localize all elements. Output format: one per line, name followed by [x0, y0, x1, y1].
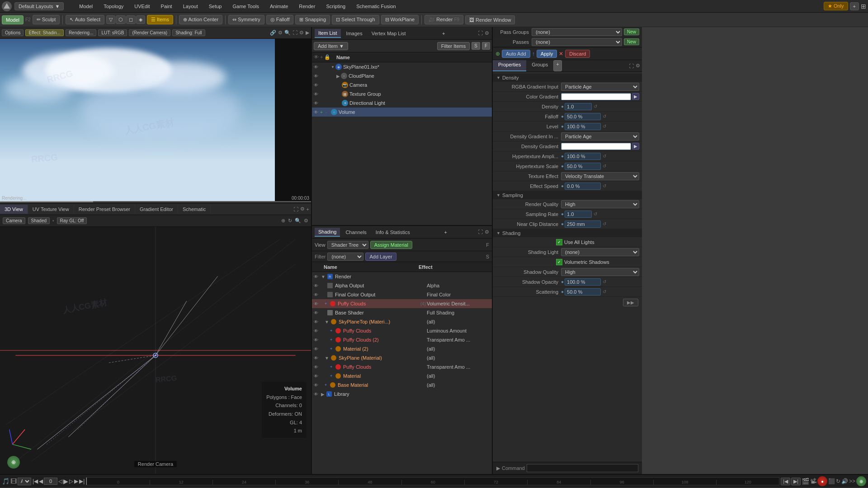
- timeline-start-btn[interactable]: |◀: [781, 478, 790, 485]
- eye-icon[interactable]: 👁: [314, 383, 320, 388]
- prev-key-button[interactable]: ◁: [58, 478, 62, 484]
- auto-add-button[interactable]: Auto Add: [502, 50, 530, 58]
- shader-tree-select[interactable]: Shader Tree: [327, 241, 368, 249]
- render-window-button[interactable]: 🖼 Render Window: [465, 15, 515, 24]
- props-maximize-icon[interactable]: ⛶: [629, 63, 634, 69]
- plus-icon3[interactable]: +: [330, 338, 335, 342]
- menu-schematic-fusion[interactable]: Schematic Fusion: [351, 2, 401, 11]
- edge-mode-button[interactable]: ⬡: [116, 15, 126, 24]
- link-icon[interactable]: 🔗: [270, 30, 276, 36]
- play-button[interactable]: ▶: [63, 478, 68, 485]
- render-viewport[interactable]: RRCG 人人CG素材 RRCG Rendering... 00:00:03: [0, 39, 311, 202]
- menu-layout[interactable]: Layout: [178, 2, 203, 11]
- next-key-button[interactable]: ▷: [69, 478, 73, 484]
- tab-uv-texture[interactable]: UV Texture View: [28, 205, 74, 214]
- add-layer-button[interactable]: Add Layer: [365, 253, 396, 261]
- plus-icon[interactable]: +: [325, 301, 329, 306]
- camera-film-icon[interactable]: 🎞: [10, 478, 17, 485]
- refresh-icon[interactable]: ↻: [288, 218, 292, 224]
- music-icon[interactable]: 🎵: [2, 478, 9, 485]
- menu-uvedit[interactable]: UVEdit: [129, 2, 155, 11]
- density-gradient-bar[interactable]: [561, 143, 631, 150]
- expand-arrow[interactable]: ▼: [331, 65, 335, 69]
- maximize-icon[interactable]: ⛶: [478, 30, 483, 36]
- prev-frame-button[interactable]: ◀: [39, 478, 43, 484]
- shaded-select[interactable]: Shaded: [28, 217, 50, 224]
- tab-expand-icon[interactable]: ⛶: [293, 206, 298, 212]
- select-through-button[interactable]: ⊡ Select Through: [332, 15, 379, 24]
- panel-settings-icon[interactable]: ⚙: [485, 30, 489, 36]
- new-pass-group-button[interactable]: New: [624, 28, 639, 35]
- snapping-button[interactable]: ⊞ Snapping: [295, 15, 330, 24]
- eye-toggle[interactable]: 👁: [314, 110, 319, 115]
- density-section-header[interactable]: Density: [493, 74, 642, 82]
- camera-select[interactable]: Camera: [3, 217, 25, 224]
- eye-icon[interactable]: 👁: [314, 292, 320, 297]
- sampling-rate-reset[interactable]: ↺: [594, 211, 597, 216]
- tab-add-icon[interactable]: +: [307, 206, 309, 212]
- expand-viewport-icon[interactable]: ⛶: [292, 30, 297, 36]
- rgba-gradient-select[interactable]: Particle Age: [561, 83, 639, 91]
- tab-channels[interactable]: Channels: [342, 228, 370, 236]
- menu-render[interactable]: Render: [293, 2, 321, 11]
- settings-3d-icon[interactable]: ⚙: [304, 218, 308, 224]
- shade-item-base-shader[interactable]: 👁 Base Shader Full Shading: [312, 308, 492, 317]
- record-button[interactable]: ●: [817, 476, 827, 486]
- falloff-input[interactable]: [565, 113, 601, 120]
- channel-select[interactable]: A...: [18, 478, 31, 485]
- menu-setup[interactable]: Setup: [203, 2, 227, 11]
- density-input[interactable]: [565, 103, 592, 110]
- eye-icon[interactable]: 👁: [314, 338, 320, 343]
- menu-topology[interactable]: Topology: [98, 2, 129, 11]
- shade-item-alpha[interactable]: 👁 Alpha Output Alpha: [312, 281, 492, 290]
- shade-item-final-color[interactable]: 👁 Final Color Output Final Color: [312, 290, 492, 299]
- vol-shadows-checkbox[interactable]: ✓: [556, 259, 562, 265]
- shadow-quality-select[interactable]: High: [561, 268, 639, 276]
- eye-toggle[interactable]: 👁: [314, 101, 319, 106]
- assign-material-button[interactable]: Assign Material: [370, 241, 412, 249]
- expand-arrow[interactable]: ▶: [336, 74, 340, 79]
- scattering-input[interactable]: [565, 288, 601, 296]
- eye-icon[interactable]: 👁: [314, 347, 320, 352]
- tree-item-texture-group[interactable]: 👁 ▦ Texture Group: [312, 89, 492, 99]
- tree-item-dir-light[interactable]: 👁 ☀ Directional Light: [312, 99, 492, 108]
- filter-items-button[interactable]: Filter Items: [437, 42, 470, 50]
- eye-icon[interactable]: 👁: [314, 274, 320, 279]
- tree-item-volume[interactable]: 👁 + - ○ Volume: [312, 108, 492, 117]
- shade-item-puffy-2[interactable]: 👁 + Puffy Clouds (2) Transparent Amo ...: [312, 335, 492, 344]
- sampling-rate-input[interactable]: [565, 211, 592, 218]
- auto-select-button[interactable]: ↖ Auto Select: [66, 15, 104, 24]
- add-tab-icon[interactable]: +: [442, 31, 445, 36]
- near-clip-input[interactable]: [565, 221, 601, 228]
- props-settings-icon[interactable]: ⚙: [636, 63, 640, 69]
- effect-speed-reset[interactable]: ↺: [603, 183, 606, 188]
- hyper-scale-reset[interactable]: ↺: [603, 164, 606, 169]
- shading-maximize-icon[interactable]: ⛶: [478, 229, 483, 235]
- tree-item-camera[interactable]: 👁 📷 Camera: [312, 80, 492, 89]
- go-start-button[interactable]: |◀: [33, 478, 38, 484]
- scene-globe-icon[interactable]: ⊕: [856, 476, 866, 486]
- arrow[interactable]: ▼: [325, 319, 329, 324]
- material-mode-button[interactable]: ◈: [136, 15, 145, 24]
- tree-item-skyplane[interactable]: 👁 ▼ ◈ SkyPlane01.lxo*: [312, 62, 492, 71]
- render-button[interactable]: 🎥 Render F9: [425, 15, 463, 24]
- eye-icon[interactable]: 👁: [314, 283, 320, 288]
- falloff-reset[interactable]: ↺: [603, 114, 606, 119]
- near-clip-reset[interactable]: ↺: [603, 221, 606, 226]
- go-end-button[interactable]: ▶|: [79, 478, 85, 484]
- search-icon[interactable]: 🔍: [284, 30, 291, 36]
- filter-select[interactable]: (none): [327, 253, 363, 261]
- density-reset[interactable]: ↺: [594, 104, 597, 109]
- tab-info-stats[interactable]: Info & Statistics: [372, 228, 414, 236]
- only-button[interactable]: ★ Only: [824, 2, 848, 10]
- stop-icon[interactable]: ⬛: [828, 478, 835, 484]
- plus-icon2[interactable]: +: [330, 328, 335, 333]
- texture-effect-select[interactable]: Velocity Translate: [561, 172, 639, 180]
- shade-item-puffy-clouds[interactable]: 👁 + Puffy Clouds (4) Volumetric Densit..…: [312, 299, 492, 308]
- plus-icon4[interactable]: +: [330, 347, 335, 351]
- hyper-scale-input[interactable]: [565, 163, 601, 170]
- add-item-button[interactable]: Add Item ▼: [314, 42, 348, 50]
- render-quality-select[interactable]: High: [561, 200, 639, 208]
- workplane-button[interactable]: ⊟ WorkPlane: [381, 15, 419, 24]
- tab-3d-view[interactable]: 3D View: [0, 205, 28, 214]
